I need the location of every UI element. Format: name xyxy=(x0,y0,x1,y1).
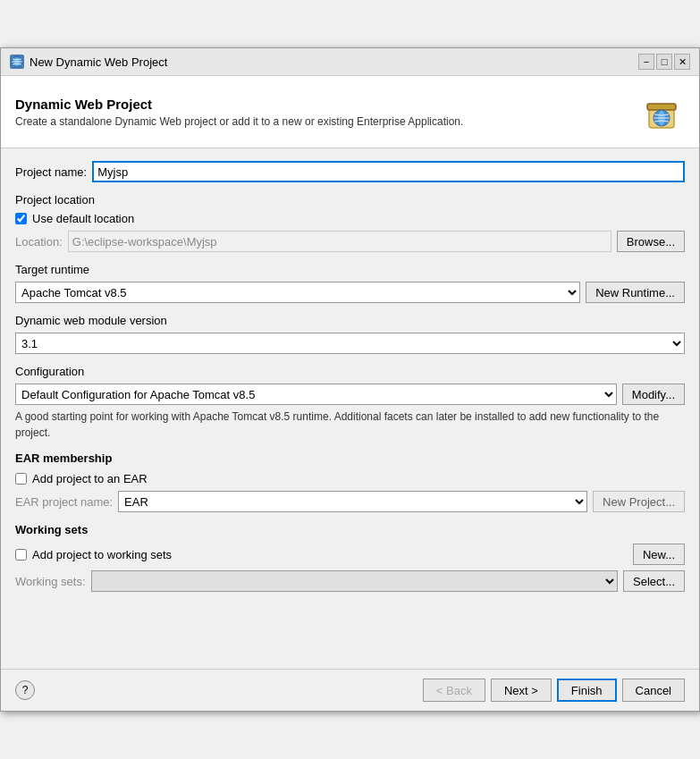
bottom-area xyxy=(15,603,685,656)
title-bar-title: New Dynamic Web Project xyxy=(30,55,167,69)
title-bar: New Dynamic Web Project − □ ✕ xyxy=(1,48,699,76)
content: Project name: Project location Use defau… xyxy=(1,148,699,669)
title-bar-controls: − □ ✕ xyxy=(638,54,690,70)
configuration-label: Configuration xyxy=(15,365,685,378)
add-to-working-sets-row: Add project to working sets xyxy=(15,548,172,561)
web-module-version-group: Dynamic web module version 3.1 xyxy=(15,314,685,354)
new-project-button[interactable]: New Project... xyxy=(593,491,685,512)
footer: ? < Back Next > Finish Cancel xyxy=(1,669,699,711)
location-row: Location: Browse... xyxy=(15,231,685,252)
project-name-label: Project name: xyxy=(15,165,87,179)
use-default-location-checkbox[interactable] xyxy=(15,213,27,224)
header-description: Create a standalone Dynamic Web project … xyxy=(15,115,463,128)
configuration-row: Default Configuration for Apache Tomcat … xyxy=(15,384,685,405)
header-text: Dynamic Web Project Create a standalone … xyxy=(15,97,463,128)
header-section: Dynamic Web Project Create a standalone … xyxy=(1,76,699,148)
header-icon xyxy=(638,89,685,135)
config-description: A good starting point for working with A… xyxy=(15,409,685,441)
browse-button[interactable]: Browse... xyxy=(617,231,685,252)
modify-button[interactable]: Modify... xyxy=(622,384,685,405)
next-button[interactable]: Next > xyxy=(491,679,552,702)
ear-membership-group: EAR membership Add project to an EAR EAR… xyxy=(15,451,685,512)
web-module-version-label: Dynamic web module version xyxy=(15,314,685,327)
back-button[interactable]: < Back xyxy=(423,679,485,702)
target-runtime-group: Target runtime Apache Tomcat v8.5 New Ru… xyxy=(15,263,685,303)
target-runtime-row: Apache Tomcat v8.5 New Runtime... xyxy=(15,282,685,303)
working-sets-input-label: Working sets: xyxy=(15,575,86,588)
ear-project-name-label: EAR project name: xyxy=(15,495,113,509)
location-input[interactable] xyxy=(68,231,611,252)
ear-project-name-select[interactable]: EAR xyxy=(118,491,587,512)
footer-left: ? xyxy=(15,680,35,700)
ear-project-name-row: EAR project name: EAR New Project... xyxy=(15,491,685,512)
project-location-group: Project location Use default location Lo… xyxy=(15,193,685,252)
add-to-ear-label: Add project to an EAR xyxy=(32,472,148,485)
project-location-label: Project location xyxy=(15,193,685,207)
close-button[interactable]: ✕ xyxy=(674,54,690,70)
dialog: New Dynamic Web Project − □ ✕ Dynamic We… xyxy=(0,47,700,712)
working-sets-title: Working sets xyxy=(15,523,685,536)
project-name-input[interactable] xyxy=(92,161,685,182)
help-button[interactable]: ? xyxy=(15,680,35,700)
finish-button[interactable]: Finish xyxy=(557,679,617,702)
configuration-select[interactable]: Default Configuration for Apache Tomcat … xyxy=(15,384,617,405)
new-working-set-button[interactable]: New... xyxy=(633,544,685,565)
title-bar-left: New Dynamic Web Project xyxy=(10,55,167,69)
select-working-set-button[interactable]: Select... xyxy=(623,570,685,592)
location-label: Location: xyxy=(15,235,63,249)
use-default-location-text: Use default location xyxy=(32,212,134,225)
working-sets-input-row: Working sets: Select... xyxy=(15,570,685,592)
ear-membership-title: EAR membership xyxy=(15,451,685,465)
target-runtime-select[interactable]: Apache Tomcat v8.5 xyxy=(15,282,580,303)
add-to-working-sets-checkbox[interactable] xyxy=(15,549,27,561)
svg-rect-3 xyxy=(647,104,676,110)
minimize-button[interactable]: − xyxy=(638,54,654,70)
add-to-ear-row: Add project to an EAR xyxy=(15,472,685,485)
add-to-working-sets-label: Add project to working sets xyxy=(32,548,172,561)
target-runtime-label: Target runtime xyxy=(15,263,685,276)
working-sets-select[interactable] xyxy=(91,570,619,592)
working-sets-group: Working sets Add project to working sets… xyxy=(15,523,685,592)
new-runtime-button[interactable]: New Runtime... xyxy=(586,282,685,303)
use-default-location-row: Use default location xyxy=(15,212,685,225)
project-name-group: Project name: xyxy=(15,161,685,182)
header-title: Dynamic Web Project xyxy=(15,97,463,112)
cancel-button[interactable]: Cancel xyxy=(622,679,685,702)
app-icon xyxy=(10,55,24,69)
web-module-version-select[interactable]: 3.1 xyxy=(15,333,685,354)
configuration-group: Configuration Default Configuration for … xyxy=(15,365,685,441)
add-to-ear-checkbox[interactable] xyxy=(15,473,27,485)
footer-right: < Back Next > Finish Cancel xyxy=(423,679,685,702)
maximize-button[interactable]: □ xyxy=(656,54,672,70)
